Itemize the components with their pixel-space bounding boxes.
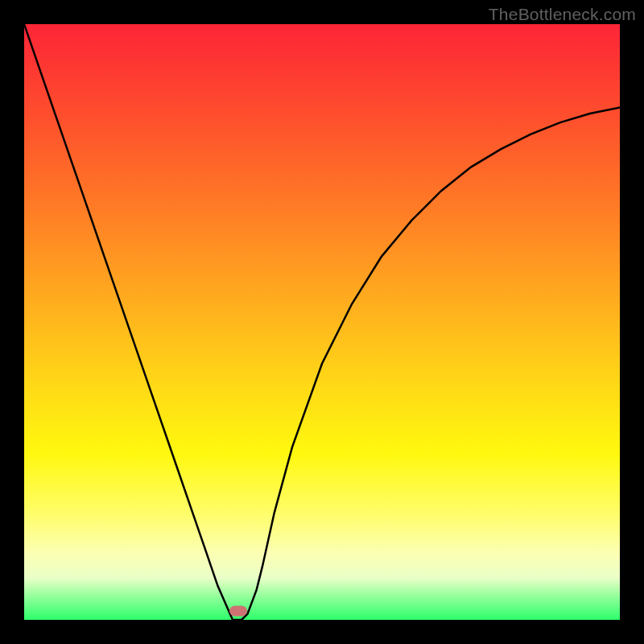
chart-frame: TheBottleneck.com [0, 0, 644, 644]
minimum-marker [229, 605, 247, 616]
plot-area [24, 24, 620, 620]
curve-line [24, 24, 620, 620]
watermark-text: TheBottleneck.com [489, 5, 636, 24]
